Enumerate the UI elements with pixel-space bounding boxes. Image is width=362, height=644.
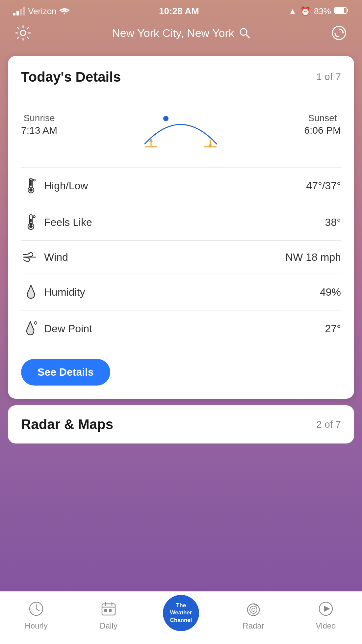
carrier-label: Verizon: [28, 6, 57, 16]
humidity-row: Humidity 49%: [21, 274, 341, 310]
svg-line-6: [246, 35, 249, 38]
svg-rect-24: [30, 219, 32, 223]
svg-point-18: [29, 188, 33, 192]
svg-line-29: [36, 609, 39, 611]
nav-video[interactable]: Video: [290, 599, 362, 631]
location-icon: ▲: [288, 6, 297, 16]
clock-icon: [26, 599, 46, 619]
radar-label: Radar: [243, 621, 264, 631]
sunrise-label: Sunrise: [21, 113, 57, 123]
sunset-value: 6:06 PM: [304, 125, 341, 136]
svg-rect-34: [104, 609, 107, 612]
dew-point-row: Dew Point 27°: [21, 310, 341, 347]
sunset-label: Sunset: [304, 113, 341, 123]
sunrise-value: 7:13 AM: [21, 125, 57, 136]
sun-arc: [64, 98, 297, 151]
svg-point-37: [250, 606, 257, 613]
high-low-label: High/Low: [44, 180, 306, 192]
today-details-card: Today's Details 1 of 7 Sunrise 7:13 AM: [8, 56, 354, 399]
search-icon: [239, 27, 250, 39]
settings-button[interactable]: [13, 23, 33, 43]
dew-point-value: 27°: [325, 323, 341, 335]
radar-title: Radar & Maps: [21, 416, 113, 432]
dew-point-label: Dew Point: [44, 323, 325, 335]
radar-counter: 2 of 7: [316, 419, 341, 430]
twc-button[interactable]: TheWeatherChannel: [163, 595, 199, 631]
status-bar: Verizon 10:28 AM ▲ ⏰ 83%: [0, 0, 362, 20]
play-icon: [316, 599, 336, 619]
feels-like-row: Feels Like 38°: [21, 204, 341, 241]
status-time: 10:28 AM: [159, 6, 199, 16]
signal-icon: [13, 7, 25, 15]
sunrise-info: Sunrise 7:13 AM: [21, 113, 57, 136]
wind-value: NW 18 mph: [285, 251, 341, 263]
battery-icon: [334, 6, 349, 16]
card-title: Today's Details: [21, 69, 121, 85]
svg-point-0: [64, 13, 65, 14]
sun-section: Sunrise 7:13 AM Sunset 6:06 PM: [21, 98, 341, 151]
radar-icon: [244, 599, 263, 619]
battery-percent: 83%: [314, 6, 331, 16]
radar-card: Radar & Maps 2 of 7: [8, 405, 354, 443]
wind-label: Wind: [44, 251, 285, 263]
card-header: Today's Details 1 of 7: [21, 69, 341, 85]
nav-radar[interactable]: Radar: [217, 599, 290, 631]
wifi-icon: [59, 6, 70, 16]
location-display[interactable]: New York City, New York: [112, 27, 250, 40]
card-counter: 1 of 7: [316, 69, 341, 82]
svg-rect-30: [102, 604, 115, 615]
svg-rect-3: [347, 9, 348, 12]
svg-marker-41: [324, 606, 330, 612]
dew-point-icon: [21, 320, 41, 337]
hourly-label: Hourly: [25, 621, 47, 631]
detail-rows: High/Low 47°/37° Feels Like 38°: [21, 167, 341, 347]
svg-rect-19: [30, 179, 32, 186]
twc-label: TheWeatherChannel: [170, 602, 192, 624]
svg-rect-2: [335, 8, 344, 13]
see-details-button[interactable]: See Details: [21, 359, 110, 386]
alarm-icon: ⏰: [300, 6, 311, 16]
high-low-row: High/Low 47°/37°: [21, 168, 341, 204]
svg-point-9: [163, 116, 168, 121]
wind-row: Wind NW 18 mph: [21, 241, 341, 274]
svg-point-4: [20, 30, 26, 36]
svg-rect-35: [109, 609, 112, 612]
nav-hourly[interactable]: Hourly: [0, 599, 72, 631]
high-low-value: 47°/37°: [306, 180, 341, 192]
thermometer-feels-icon: [21, 214, 41, 230]
svg-point-26: [34, 322, 37, 324]
bottom-nav: Hourly Daily TheWeatherChannel: [0, 591, 362, 644]
thermometer-highlow-icon: [21, 177, 41, 194]
humidity-value: 49%: [320, 286, 341, 298]
refresh-button[interactable]: [329, 23, 349, 43]
daily-label: Daily: [100, 621, 117, 631]
svg-point-20: [33, 179, 35, 181]
sunset-info: Sunset 6:06 PM: [304, 113, 341, 136]
status-right: ▲ ⏰ 83%: [288, 6, 349, 16]
header: New York City, New York: [0, 20, 362, 49]
status-left: Verizon: [13, 6, 70, 16]
location-text: New York City, New York: [112, 27, 234, 40]
humidity-icon: [21, 284, 41, 300]
calendar-icon: [99, 599, 118, 619]
feels-like-label: Feels Like: [44, 216, 325, 228]
nav-center[interactable]: TheWeatherChannel: [145, 595, 217, 634]
svg-point-25: [33, 216, 35, 218]
feels-like-value: 38°: [325, 216, 341, 228]
svg-point-38: [252, 608, 255, 611]
video-label: Video: [316, 621, 336, 631]
svg-point-23: [29, 225, 33, 228]
nav-daily[interactable]: Daily: [72, 599, 145, 631]
wind-icon: [21, 251, 41, 264]
humidity-label: Humidity: [44, 286, 320, 298]
